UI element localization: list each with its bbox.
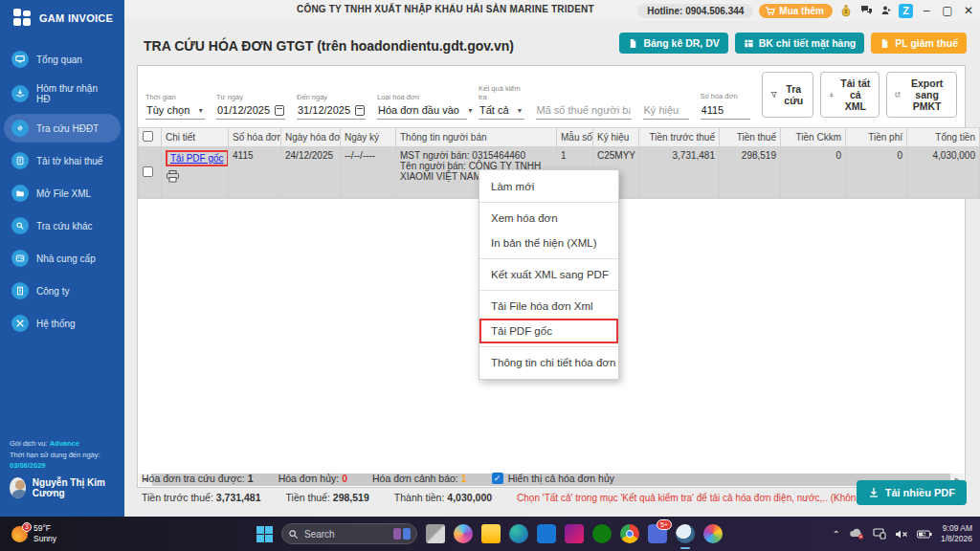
show-cancelled-checkbox[interactable]: ✓ xyxy=(492,473,503,484)
menu-xem-hoa-don[interactable]: Xem hóa đơn xyxy=(479,206,618,231)
sidebar-item-tra-cuu-hddt[interactable]: Tra cứu HĐĐT xyxy=(4,114,121,143)
download-all-xml-button[interactable]: Tải tất cả XML xyxy=(820,72,880,118)
sidebar-item-tong-quan[interactable]: Tổng quan xyxy=(4,45,121,74)
edge-icon[interactable] xyxy=(509,524,528,543)
chevron-down-icon: ▼ xyxy=(197,107,204,114)
menu-lam-moi[interactable]: Làm mới xyxy=(479,174,618,199)
sidebar-item-label: Tra cứu khác xyxy=(36,221,93,231)
sidebar-item-tra-cuu-khac[interactable]: Tra cứu khác xyxy=(4,211,121,240)
sidebar-item-mo-file-xml[interactable]: Mở File XML xyxy=(4,179,121,208)
from-date-input[interactable]: 01/12/2025 xyxy=(216,102,285,120)
taskbar-clock[interactable]: 9:09 AM 1/8/2026 xyxy=(941,523,972,544)
row-checkbox[interactable] xyxy=(143,166,153,177)
menu-tai-file-xml[interactable]: Tải File hóa đơn Xml xyxy=(479,294,618,319)
zalo-icon[interactable]: Z xyxy=(899,4,913,18)
bang-ke-dr-dv-button[interactable]: Bảng kê DR, DV xyxy=(619,33,727,54)
teams-icon[interactable]: 5+ xyxy=(648,524,667,543)
menu-tai-pdf-goc[interactable]: Tải PDF gốc xyxy=(479,319,618,343)
col-so-hoa-don: Số hóa đơn xyxy=(229,128,281,147)
onedrive-icon[interactable] xyxy=(849,528,864,540)
row-sign-date: --/--/---- xyxy=(341,147,396,199)
filter-to-date: Đến ngày 31/12/2025 xyxy=(297,93,366,120)
show-cancelled-label: Hiển thị cả hóa đơn hủy xyxy=(508,473,614,484)
invoice-type-select[interactable]: Hóa đơn đầu vào▼ xyxy=(377,102,467,120)
summary-section: Hóa đơn tra cứu được:1 Hóa đơn hủy:0 Hóa… xyxy=(142,473,899,511)
tai-pdf-goc-link[interactable]: Tải PDF gốc xyxy=(170,153,224,164)
app-window: GAM INVOICE Tổng quan Hòm thư nhận HĐ Tr… xyxy=(0,0,980,551)
pdf-link-highlight-box: Tải PDF gốc xyxy=(166,150,229,166)
col-ngay-ky: Ngày ký xyxy=(341,128,396,147)
funnel-icon xyxy=(770,89,778,100)
page-actions: Bảng kê DR, DV BK chi tiết mặt hàng PL g… xyxy=(619,33,967,54)
menu-thong-tin-chi-tiet[interactable]: Thông tin chi tiết hóa đơn xyxy=(479,350,618,375)
sidebar-item-tai-to-khai[interactable]: Tải tờ khai thuế xyxy=(4,146,121,175)
close-button[interactable]: ✕ xyxy=(961,4,976,17)
battery-icon[interactable] xyxy=(917,530,932,539)
filter-check-result: Kết quả kiểm tra Tất cả▼ xyxy=(479,84,524,120)
search-highlight-thumbnail[interactable] xyxy=(393,528,411,540)
check-result-select[interactable]: Tất cả▼ xyxy=(479,102,524,120)
copilot-icon[interactable] xyxy=(454,524,473,543)
volume-muted-icon[interactable] xyxy=(895,529,908,540)
invoice-no-input[interactable] xyxy=(701,101,750,120)
paint-app-icon[interactable] xyxy=(703,524,723,543)
hidden-icons-chevron[interactable]: ⌃ xyxy=(833,529,840,540)
user-name: Nguyễn Thị Kim Cương xyxy=(33,477,115,498)
sidebar-item-nha-cung-cap[interactable]: Nhà cung cấp xyxy=(4,244,121,273)
sidebar-item-he-thong[interactable]: Hệ thống xyxy=(4,309,121,338)
sidebar-item-hom-thu[interactable]: Hòm thư nhận HĐ xyxy=(4,77,121,110)
select-all-checkbox[interactable] xyxy=(143,131,153,142)
chrome-icon[interactable] xyxy=(620,524,639,543)
pl-giam-thue-button[interactable]: PL giảm thuế xyxy=(871,33,967,54)
weather-widget[interactable]: 3 59°F Sunny xyxy=(0,523,56,544)
select-all-header xyxy=(139,128,162,147)
photos-app-icon[interactable] xyxy=(565,524,584,543)
weather-icon: 3 xyxy=(11,526,28,542)
bk-chi-tiet-button[interactable]: BK chi tiết mặt hàng xyxy=(735,33,865,54)
search-icon xyxy=(11,217,29,234)
download-all-xml-label: Tải tất cả XML xyxy=(839,77,871,112)
menu-ket-xuat-xml[interactable]: Kết xuất XML sang PDF xyxy=(479,262,618,287)
row-ckkm: 0 xyxy=(781,147,846,199)
microsoft-store-icon[interactable] xyxy=(537,524,556,543)
money-bag-icon[interactable]: $ xyxy=(838,4,853,18)
buy-more-button[interactable]: Mua thêm xyxy=(759,4,833,18)
xbox-icon[interactable] xyxy=(592,524,612,543)
symbol-input[interactable] xyxy=(643,101,689,120)
sidebar-item-cong-ty[interactable]: Công ty xyxy=(4,276,121,305)
found-count: Hóa đơn tra cứu được:1 xyxy=(142,473,254,484)
start-button[interactable] xyxy=(256,526,273,542)
active-app-icon[interactable] xyxy=(676,524,695,543)
user-profile[interactable]: Nguyễn Thị Kim Cương xyxy=(0,473,124,503)
search-icon xyxy=(288,529,299,540)
calendar-icon[interactable] xyxy=(275,105,284,116)
filter-time-select[interactable]: Tùy chọn▼ xyxy=(145,102,205,120)
search-button[interactable]: Tra cứu xyxy=(762,72,814,118)
user-switch-icon[interactable] xyxy=(879,4,893,18)
network-display-icon[interactable] xyxy=(873,528,886,540)
sidebar: GAM INVOICE Tổng quan Hòm thư nhận HĐ Tr… xyxy=(0,0,124,517)
show-cancelled-option: ✓ Hiển thị cả hóa đơn hủy xyxy=(492,473,614,484)
filter-row: Thời gian Tùy chọn▼ Từ ngày 01/12/2025 Đ… xyxy=(138,66,965,127)
calendar-icon[interactable] xyxy=(355,105,365,116)
minimize-button[interactable]: – xyxy=(919,4,934,17)
to-date-input[interactable]: 31/12/2025 xyxy=(297,102,366,120)
maximize-button[interactable]: ▢ xyxy=(940,4,955,17)
task-view-icon[interactable] xyxy=(426,524,445,543)
bulk-download-pdf-button[interactable]: Tải nhiều PDF xyxy=(857,480,967,505)
export-pmkt-button[interactable]: Export sang PMKT xyxy=(886,72,957,118)
chat-icon[interactable] xyxy=(858,4,873,18)
seller-tax-input[interactable] xyxy=(536,101,632,120)
bk-chi-tiet-label: BK chi tiết mặt hàng xyxy=(759,37,857,49)
context-menu: Làm mới Xem hóa đơn In bản thể hiện (XML… xyxy=(479,169,619,380)
search-placeholder: Search xyxy=(304,529,388,540)
taskbar-search[interactable]: Search xyxy=(281,523,417,544)
sidebar-nav: Tổng quan Hòm thư nhận HĐ Tra cứu HĐĐT T… xyxy=(0,43,124,340)
spreadsheet-icon xyxy=(744,38,754,49)
sidebar-item-label: Tổng quan xyxy=(36,55,82,65)
page-title: TRA CỨU HÓA ĐƠN GTGT (trên hoadondientu.… xyxy=(144,38,514,54)
file-explorer-icon[interactable] xyxy=(481,524,501,543)
printer-icon[interactable] xyxy=(166,170,180,183)
menu-in-ban-the-hien[interactable]: In bản thể hiện (XML) xyxy=(479,231,618,255)
download-icon xyxy=(868,487,880,498)
